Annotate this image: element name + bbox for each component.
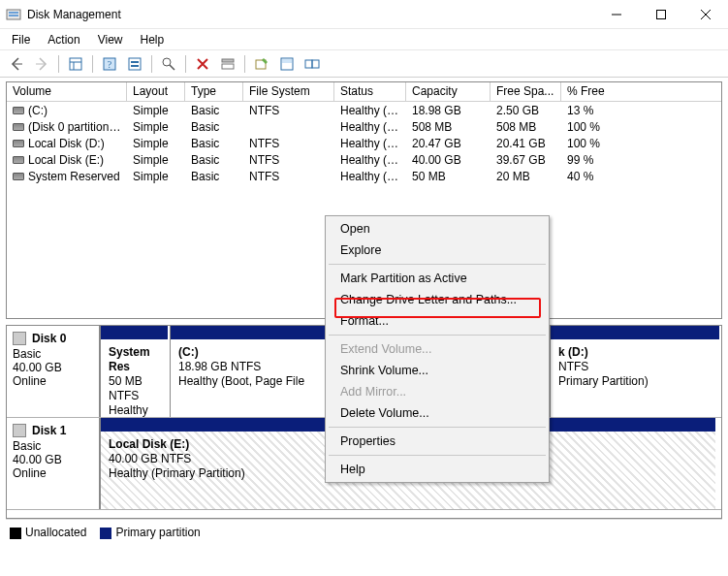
action-3-button[interactable] <box>301 53 323 75</box>
cell: Simple <box>127 137 185 150</box>
disk-label-pane[interactable]: Disk 0Basic40.00 GBOnline <box>7 326 100 417</box>
svg-rect-14 <box>131 65 139 67</box>
cell: 20 MB <box>491 170 561 183</box>
ctx-extend-volume: Extend Volume... <box>327 338 548 360</box>
cell: Healthy (P... <box>334 153 406 167</box>
col-layout[interactable]: Layout <box>127 82 185 101</box>
cell: 100 % <box>561 137 714 150</box>
legend-unallocated-label: Unallocated <box>25 526 86 539</box>
cell: 508 MB <box>406 120 491 134</box>
action-2-button[interactable] <box>276 53 298 75</box>
col-type[interactable]: Type <box>185 82 243 101</box>
ctx-properties[interactable]: Properties <box>327 431 548 452</box>
svg-rect-2 <box>9 15 18 16</box>
cell: Healthy (S... <box>334 170 406 183</box>
delete-button[interactable] <box>192 53 213 75</box>
col-filesystem[interactable]: File System <box>243 82 334 101</box>
cell: Local Disk (E:) <box>7 153 127 167</box>
maximize-button[interactable] <box>639 0 683 29</box>
disk-size: 40.00 GB <box>13 361 93 374</box>
primary-swatch <box>100 528 111 539</box>
ctx-separator <box>329 335 546 336</box>
volume-icon <box>13 107 24 114</box>
close-button[interactable] <box>683 0 728 29</box>
cell: 40.00 GB <box>406 153 491 167</box>
ctx-change-drive-letter[interactable]: Change Drive Letter and Paths... <box>327 289 548 310</box>
menu-file[interactable]: File <box>4 31 38 48</box>
volume-list-header: Volume Layout Type File System Status Ca… <box>7 82 721 102</box>
ctx-shrink-volume[interactable]: Shrink Volume... <box>327 360 548 381</box>
settings-button[interactable] <box>124 53 145 75</box>
titlebar-left: Disk Management <box>6 7 121 22</box>
cell: 50 MB <box>406 170 491 183</box>
cell: Healthy (P... <box>334 137 406 150</box>
partition-title: k (D:) <box>558 345 712 360</box>
ctx-add-mirror: Add Mirror... <box>327 381 548 402</box>
cell: Basic <box>185 153 243 167</box>
svg-rect-4 <box>657 10 666 18</box>
ctx-explore[interactable]: Explore <box>327 240 548 261</box>
partition-line2: 50 MB NTFS <box>109 374 160 403</box>
volume-row[interactable]: Local Disk (E:)SimpleBasicNTFSHealthy (P… <box>7 151 721 168</box>
volume-row[interactable]: System ReservedSimpleBasicNTFSHealthy (S… <box>7 168 721 184</box>
volume-row[interactable]: (Disk 0 partition 3)SimpleBasicHealthy (… <box>7 118 721 135</box>
cell: 40 % <box>561 170 714 183</box>
svg-rect-22 <box>305 60 312 68</box>
cell: Simple <box>127 153 185 167</box>
partition-body: k (D:)NTFSPrimary Partition) <box>551 339 719 417</box>
nav-forward-button[interactable] <box>31 53 52 75</box>
legend-primary-label: Primary partition <box>115 526 200 539</box>
help-button[interactable]: ? <box>99 53 120 75</box>
cell: (Disk 0 partition 3) <box>7 120 127 134</box>
menu-view[interactable]: View <box>90 31 131 48</box>
window-title: Disk Management <box>27 8 121 21</box>
ctx-delete-volume[interactable]: Delete Volume... <box>327 402 548 424</box>
col-capacity[interactable]: Capacity <box>406 82 491 101</box>
svg-rect-1 <box>9 12 18 14</box>
cell: NTFS <box>243 153 334 167</box>
disk-type: Basic <box>13 347 93 361</box>
minimize-button[interactable] <box>594 0 639 29</box>
partition[interactable]: System Res50 MB NTFSHealthy (Sys <box>100 326 168 417</box>
partition-line2: NTFS <box>558 360 712 374</box>
nav-back-button[interactable] <box>6 53 27 75</box>
legend-primary: Primary partition <box>100 526 200 539</box>
cell: 508 MB <box>491 120 561 134</box>
toolbar-separator <box>151 55 152 73</box>
col-volume[interactable]: Volume <box>7 82 127 101</box>
svg-rect-17 <box>222 59 234 62</box>
cell: 20.47 GB <box>406 137 491 150</box>
action-1-button[interactable] <box>251 53 272 75</box>
disk-label-pane[interactable]: Disk 1Basic40.00 GBOnline <box>7 418 100 509</box>
ctx-open[interactable]: Open <box>327 218 548 240</box>
volume-row[interactable]: Local Disk (D:)SimpleBasicNTFSHealthy (P… <box>7 135 721 151</box>
svg-rect-7 <box>70 58 81 70</box>
volume-row[interactable]: (C:)SimpleBasicNTFSHealthy (B...18.98 GB… <box>7 102 721 118</box>
svg-line-16 <box>170 65 174 70</box>
col-freespace[interactable]: Free Spa... <box>491 82 561 101</box>
cell: 18.98 GB <box>406 104 491 117</box>
properties-button[interactable] <box>217 53 238 75</box>
unallocated-swatch <box>10 528 21 539</box>
menu-help[interactable]: Help <box>133 31 173 48</box>
svg-rect-21 <box>282 59 292 63</box>
show-hide-button[interactable] <box>65 53 86 75</box>
svg-rect-13 <box>131 61 139 63</box>
col-status[interactable]: Status <box>334 82 406 101</box>
menu-action[interactable]: Action <box>40 31 87 48</box>
ctx-separator <box>329 455 546 456</box>
ctx-format[interactable]: Format... <box>327 310 548 332</box>
volume-list-body: (C:)SimpleBasicNTFSHealthy (B...18.98 GB… <box>7 102 721 184</box>
svg-rect-18 <box>222 64 234 69</box>
partition[interactable]: k (D:)NTFSPrimary Partition) <box>550 326 719 417</box>
ctx-mark-active[interactable]: Mark Partition as Active <box>327 268 548 289</box>
cell: NTFS <box>243 104 334 117</box>
cell: Basic <box>185 120 243 134</box>
col-percfree[interactable]: % Free <box>561 82 714 101</box>
svg-point-15 <box>163 58 171 66</box>
cell: 13 % <box>561 104 714 117</box>
toolbar-separator <box>185 55 186 73</box>
legend: Unallocated Primary partition <box>6 519 722 545</box>
refresh-button[interactable] <box>158 53 179 75</box>
ctx-help[interactable]: Help <box>327 459 548 480</box>
